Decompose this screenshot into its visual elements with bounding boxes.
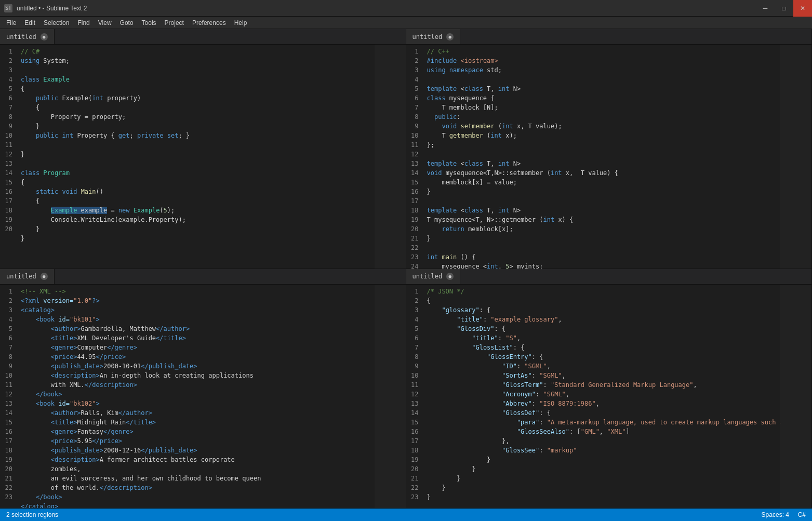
menu-tools[interactable]: Tools: [138, 18, 161, 28]
title-bar-left: ST untitled • - Sublime Text 2: [0, 4, 87, 12]
code-bottomright[interactable]: /* JSON */ { "glossary": { "title": "exa…: [423, 285, 781, 509]
pane-topleft-content[interactable]: 123 456 789 101112 131415 161718 1920 //…: [0, 45, 406, 269]
restore-button[interactable]: □: [775, 0, 793, 17]
code-topleft[interactable]: // C# using System; class Example { publ…: [17, 45, 375, 269]
title-text: untitled • - Sublime Text 2: [17, 5, 87, 12]
pane-topleft: untitled ● 123 456 789 101112 131415 161…: [0, 29, 406, 269]
line-numbers-bottomright: 123 456 789 101112 131415 161718 192021 …: [406, 285, 423, 509]
pane-bottomright: untitled ● 123 456 789 101112 131415 161…: [406, 269, 813, 509]
menu-preferences[interactable]: Preferences: [188, 18, 230, 28]
minimap-topright: [780, 45, 811, 269]
tab-close-button[interactable]: ●: [41, 33, 48, 41]
tab-label: untitled: [6, 33, 36, 41]
tab-close-button[interactable]: ●: [41, 273, 48, 280]
main-editor: untitled ● 123 456 789 101112 131415 161…: [0, 29, 812, 509]
menu-project[interactable]: Project: [161, 18, 188, 28]
menu-find[interactable]: Find: [73, 18, 94, 28]
menu-file[interactable]: File: [2, 18, 20, 28]
minimap-bottomright: [780, 285, 811, 509]
pane-topright-content[interactable]: 123 456 789 101112 131415 161718 192021 …: [406, 45, 812, 269]
pane-topleft-tabbar: untitled ●: [0, 29, 406, 45]
pane-topright: untitled ● 123 456 789 101112 131415 161…: [406, 29, 813, 269]
spaces-indicator: Spaces: 4: [762, 511, 789, 518]
menu-view[interactable]: View: [94, 18, 116, 28]
pane-bottomright-content[interactable]: 123 456 789 101112 131415 161718 192021 …: [406, 285, 812, 509]
pane-bottomleft-content[interactable]: 123 456 789 101112 131415 161718 192021 …: [0, 285, 406, 509]
close-button[interactable]: ✕: [793, 0, 812, 17]
pane-topleft-tab[interactable]: untitled ●: [0, 29, 55, 44]
pane-bottomleft-tab[interactable]: untitled ●: [0, 269, 55, 284]
language-indicator: C#: [798, 511, 806, 518]
line-numbers-bottomleft: 123 456 789 101112 131415 161718 192021 …: [0, 285, 17, 509]
minimap-topleft: [375, 45, 406, 269]
code-bottomleft[interactable]: <!-- XML --> <?xml version="1.0"?> <cata…: [17, 285, 375, 509]
pane-topright-tabbar: untitled ●: [406, 29, 812, 45]
code-topright[interactable]: // C++ #include <iostream> using namespa…: [423, 45, 781, 269]
status-bar: 2 selection regions Spaces: 4 C#: [0, 509, 812, 521]
pane-bottomleft-tabbar: untitled ●: [0, 269, 406, 285]
menu-selection[interactable]: Selection: [39, 18, 73, 28]
menu-edit[interactable]: Edit: [20, 18, 39, 28]
tab-label: untitled: [412, 33, 443, 41]
menu-goto[interactable]: Goto: [116, 18, 138, 28]
tab-label: untitled: [6, 273, 36, 280]
app-icon: ST: [4, 4, 12, 12]
tab-close-button[interactable]: ●: [446, 33, 454, 41]
status-left: 2 selection regions: [6, 511, 58, 518]
pane-bottomleft: untitled ● 123 456 789 101112 131415 161…: [0, 269, 406, 509]
minimize-button[interactable]: ─: [756, 0, 775, 17]
window-controls: ─ □ ✕: [756, 0, 812, 17]
tab-close-button[interactable]: ●: [446, 273, 454, 280]
pane-topright-tab[interactable]: untitled ●: [406, 29, 461, 44]
pane-bottomright-tabbar: untitled ●: [406, 269, 812, 285]
menu-bar: File Edit Selection Find View Goto Tools…: [0, 17, 812, 29]
tab-label: untitled: [412, 273, 443, 280]
menu-help[interactable]: Help: [230, 18, 251, 28]
pane-bottomright-tab[interactable]: untitled ●: [406, 269, 461, 284]
status-right: Spaces: 4 C#: [762, 511, 806, 518]
title-bar: ST untitled • - Sublime Text 2 ─ □ ✕: [0, 0, 812, 17]
line-numbers-topleft: 123 456 789 101112 131415 161718 1920: [0, 45, 17, 269]
minimap-bottomleft: [375, 285, 406, 509]
line-numbers-topright: 123 456 789 101112 131415 161718 192021 …: [406, 45, 423, 269]
